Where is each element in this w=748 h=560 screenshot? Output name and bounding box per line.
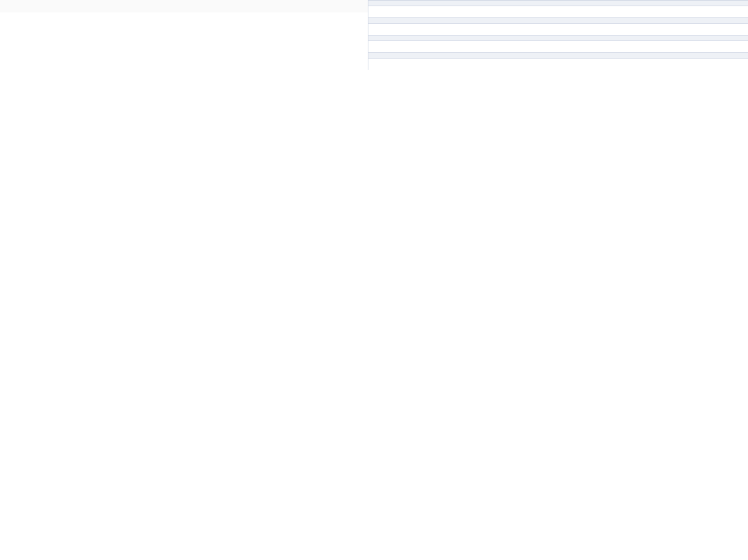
category-header-shapes xyxy=(368,17,748,24)
category-body-indicators xyxy=(368,41,748,52)
category-body-shapes xyxy=(368,24,748,35)
category-body-directional xyxy=(368,6,748,17)
icon-set-categories-panel xyxy=(368,0,748,70)
icon-sets-left-panel xyxy=(0,0,368,12)
category-header-directional xyxy=(368,0,748,6)
category-header-ratings xyxy=(368,52,748,59)
category-header-indicators xyxy=(368,35,748,41)
category-body-ratings xyxy=(368,59,748,70)
